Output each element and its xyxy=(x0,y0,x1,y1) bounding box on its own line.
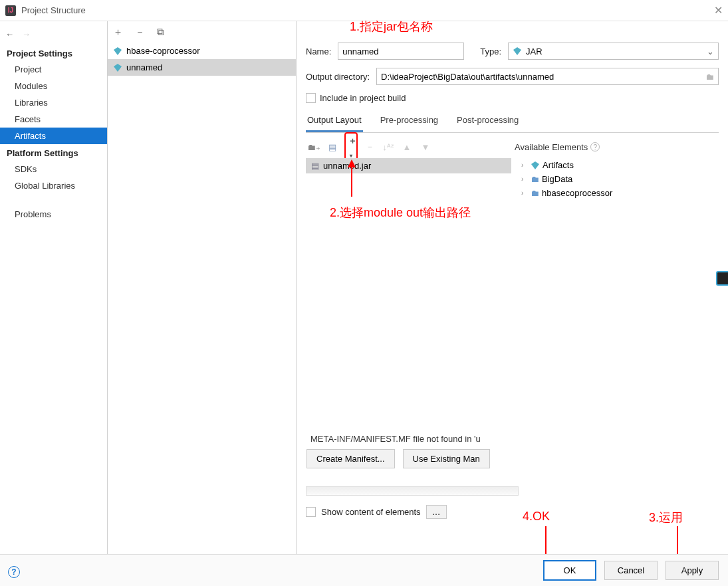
output-layout-tree: 🖿₊ ▤ ＋▾ － ↓ᴬᶻ ▲ ▼ ▤ unnamed.jar 2.选择modu… xyxy=(306,136,512,428)
nav-back-icon[interactable]: ← xyxy=(5,29,14,39)
nav-global-libraries[interactable]: Global Libraries xyxy=(0,177,107,194)
new-folder-icon[interactable]: 🖿₊ xyxy=(307,142,320,152)
nav-modules[interactable]: Modules xyxy=(0,78,107,94)
artifact-icon xyxy=(531,161,540,170)
copy-artifact-icon[interactable]: ⧉ xyxy=(157,26,164,38)
artifact-item-unnamed[interactable]: unnamed xyxy=(108,59,296,76)
name-input[interactable] xyxy=(338,43,464,60)
module-folder-icon: 🖿 xyxy=(531,188,539,198)
annotation-2: 2.选择module out输出路径 xyxy=(330,205,471,221)
add-copy-icon[interactable]: ＋▾ xyxy=(344,132,358,161)
browse-folder-icon[interactable]: 🖿 xyxy=(705,72,714,82)
chevron-right-icon: › xyxy=(521,189,528,197)
svg-marker-5 xyxy=(531,161,539,169)
tree-hbasecoprocessor[interactable]: › 🖿 hbasecoprocessor xyxy=(515,186,716,200)
include-build-label: Include in project build xyxy=(320,93,406,103)
close-icon[interactable]: ✕ xyxy=(714,4,723,17)
artifact-label: hbase-coprocessor xyxy=(126,46,200,56)
left-sidebar: ← → Project Settings Project Modules Lib… xyxy=(0,21,108,586)
show-content-label: Show content of elements xyxy=(321,507,421,517)
show-content-checkbox[interactable] xyxy=(306,507,316,517)
annotation-1: 1.指定jar包名称 xyxy=(350,19,433,35)
remove-icon[interactable]: － xyxy=(363,141,376,153)
svg-marker-0 xyxy=(114,47,122,55)
artifact-item-hbase[interactable]: hbase-coprocessor xyxy=(108,43,296,59)
type-label: Type: xyxy=(480,47,501,56)
artifact-icon xyxy=(113,47,122,56)
add-artifact-icon[interactable]: ＋ xyxy=(113,26,123,39)
artifact-list-panel: ＋ － ⧉ hbase-coprocessor unnamed xyxy=(108,21,297,586)
side-widget-icon[interactable] xyxy=(716,271,728,286)
jar-root-item[interactable]: ▤ unnamed.jar xyxy=(306,158,511,173)
archive-icon: ▤ xyxy=(311,161,319,171)
chevron-right-icon: › xyxy=(521,175,528,183)
tab-pre-processing[interactable]: Pre-processing xyxy=(379,111,439,132)
jar-name: unnamed.jar xyxy=(323,161,371,171)
include-build-checkbox[interactable] xyxy=(306,93,316,103)
chevron-right-icon: › xyxy=(521,161,528,169)
tab-output-layout[interactable]: Output Layout xyxy=(306,111,363,132)
section-project-settings: Project Settings xyxy=(0,45,107,61)
app-logo-icon: IJ xyxy=(5,5,16,16)
cancel-button[interactable]: Cancel xyxy=(604,561,658,580)
nav-problems[interactable]: Problems xyxy=(0,206,107,223)
tree-bigdata[interactable]: › 🖿 BigData xyxy=(515,172,716,186)
create-manifest-button[interactable]: Create Manifest... xyxy=(306,449,395,468)
ok-button[interactable]: OK xyxy=(543,560,596,581)
layout-tabs: Output Layout Pre-processing Post-proces… xyxy=(306,111,719,133)
tree-label: hbasecoprocessor xyxy=(542,188,612,198)
svg-marker-2 xyxy=(513,47,521,55)
section-platform-settings: Platform Settings xyxy=(0,144,107,161)
tree-label: Artifacts xyxy=(543,160,574,170)
help-icon[interactable]: ? xyxy=(8,566,20,578)
remove-artifact-icon[interactable]: － xyxy=(135,26,145,39)
show-content-options-button[interactable]: … xyxy=(426,505,447,519)
module-folder-icon: 🖿 xyxy=(531,174,539,184)
tree-artifacts[interactable]: › Artifacts xyxy=(515,158,716,172)
sort-icon[interactable]: ↓ᴬᶻ xyxy=(382,142,395,152)
apply-button[interactable]: Apply xyxy=(666,561,719,580)
type-value: JAR xyxy=(526,47,543,56)
outdir-label: Output directory: xyxy=(306,72,370,82)
artifact-label: unnamed xyxy=(126,62,162,72)
nav-facets[interactable]: Facets xyxy=(0,111,107,128)
svg-marker-1 xyxy=(114,64,122,72)
jar-icon xyxy=(513,47,522,56)
titlebar: IJ Project Structure ✕ xyxy=(0,0,728,21)
window-title: Project Structure xyxy=(21,5,86,15)
horizontal-scrollbar[interactable] xyxy=(306,486,519,496)
tree-label: BigData xyxy=(542,174,572,184)
use-existing-manifest-button[interactable]: Use Existing Man xyxy=(403,449,490,468)
move-up-icon[interactable]: ▲ xyxy=(400,142,414,152)
move-down-icon[interactable]: ▼ xyxy=(419,142,432,152)
available-elements-panel: Available Elements ? › Artifacts › 🖿 Big… xyxy=(512,136,719,428)
tab-post-processing[interactable]: Post-processing xyxy=(455,111,520,132)
nav-artifacts[interactable]: Artifacts xyxy=(0,128,107,144)
nav-libraries[interactable]: Libraries xyxy=(0,94,107,111)
help-hint-icon[interactable]: ? xyxy=(590,142,600,151)
manifest-panel: META-INF/MANIFEST.MF file not found in '… xyxy=(306,428,719,469)
dialog-footer: OK Cancel Apply xyxy=(0,554,728,586)
manifest-message: META-INF/MANIFEST.MF file not found in '… xyxy=(306,433,718,449)
artifact-detail-panel: 1.指定jar包名称 Name: Type: JAR ⌄ Output dire… xyxy=(297,21,728,586)
nav-project[interactable]: Project xyxy=(0,61,107,78)
nav-sdks[interactable]: SDKs xyxy=(0,161,107,177)
name-label: Name: xyxy=(306,47,331,56)
new-archive-icon[interactable]: ▤ xyxy=(326,142,339,152)
type-dropdown[interactable]: JAR ⌄ xyxy=(508,43,719,60)
chevron-down-icon: ⌄ xyxy=(707,47,714,56)
outdir-value: D:\ideaProject\BigData\out\artifacts\unn… xyxy=(381,72,554,82)
nav-forward-icon[interactable]: → xyxy=(22,29,31,39)
available-elements-label: Available Elements xyxy=(515,142,588,152)
output-directory-input[interactable]: D:\ideaProject\BigData\out\artifacts\unn… xyxy=(376,68,719,85)
artifact-icon xyxy=(113,63,122,72)
